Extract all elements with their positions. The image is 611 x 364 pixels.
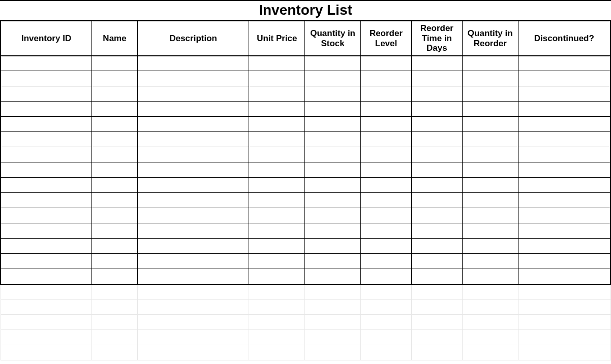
- cell[interactable]: [249, 132, 305, 147]
- cell[interactable]: [462, 300, 518, 315]
- cell[interactable]: [1, 330, 92, 345]
- cell[interactable]: [411, 300, 462, 315]
- cell[interactable]: [1, 193, 92, 208]
- cell[interactable]: [361, 102, 412, 117]
- cell[interactable]: [137, 132, 249, 147]
- cell[interactable]: [518, 147, 610, 162]
- cell[interactable]: [518, 193, 610, 208]
- cell[interactable]: [249, 193, 305, 208]
- cell[interactable]: [137, 284, 249, 300]
- cell[interactable]: [361, 254, 412, 269]
- cell[interactable]: [518, 223, 610, 239]
- cell[interactable]: [361, 71, 412, 86]
- cell[interactable]: [1, 102, 92, 117]
- cell[interactable]: [361, 132, 412, 147]
- cell[interactable]: [305, 345, 361, 360]
- cell[interactable]: [518, 239, 610, 254]
- cell[interactable]: [1, 147, 92, 162]
- cell[interactable]: [361, 56, 412, 71]
- cell[interactable]: [361, 193, 412, 208]
- cell[interactable]: [92, 284, 138, 300]
- cell[interactable]: [305, 330, 361, 345]
- cell[interactable]: [1, 132, 92, 147]
- cell[interactable]: [305, 117, 361, 132]
- cell[interactable]: [462, 330, 518, 345]
- cell[interactable]: [361, 178, 412, 193]
- cell[interactable]: [518, 269, 610, 284]
- cell[interactable]: [462, 284, 518, 300]
- cell[interactable]: [361, 86, 412, 102]
- cell[interactable]: [462, 193, 518, 208]
- cell[interactable]: [1, 86, 92, 102]
- cell[interactable]: [137, 345, 249, 360]
- cell[interactable]: [518, 162, 610, 178]
- cell[interactable]: [249, 345, 305, 360]
- cell[interactable]: [462, 71, 518, 86]
- cell[interactable]: [92, 86, 138, 102]
- cell[interactable]: [249, 117, 305, 132]
- cell[interactable]: [305, 162, 361, 178]
- cell[interactable]: [462, 345, 518, 360]
- cell[interactable]: [361, 239, 412, 254]
- cell[interactable]: [305, 147, 361, 162]
- cell[interactable]: [137, 71, 249, 86]
- cell[interactable]: [1, 254, 92, 269]
- cell[interactable]: [137, 300, 249, 315]
- cell[interactable]: [137, 208, 249, 223]
- cell[interactable]: [462, 315, 518, 330]
- cell[interactable]: [462, 223, 518, 239]
- cell[interactable]: [249, 56, 305, 71]
- cell[interactable]: [518, 254, 610, 269]
- cell[interactable]: [249, 223, 305, 239]
- cell[interactable]: [92, 162, 138, 178]
- cell[interactable]: [137, 147, 249, 162]
- cell[interactable]: [411, 102, 462, 117]
- cell[interactable]: [249, 330, 305, 345]
- cell[interactable]: [92, 269, 138, 284]
- cell[interactable]: [462, 239, 518, 254]
- cell[interactable]: [411, 132, 462, 147]
- cell[interactable]: [462, 102, 518, 117]
- cell[interactable]: [361, 223, 412, 239]
- cell[interactable]: [137, 56, 249, 71]
- cell[interactable]: [249, 162, 305, 178]
- cell[interactable]: [361, 345, 412, 360]
- cell[interactable]: [361, 269, 412, 284]
- cell[interactable]: [137, 254, 249, 269]
- cell[interactable]: [361, 147, 412, 162]
- cell[interactable]: [411, 269, 462, 284]
- cell[interactable]: [1, 162, 92, 178]
- cell[interactable]: [92, 132, 138, 147]
- cell[interactable]: [92, 345, 138, 360]
- cell[interactable]: [411, 193, 462, 208]
- cell[interactable]: [462, 254, 518, 269]
- cell[interactable]: [361, 300, 412, 315]
- cell[interactable]: [305, 56, 361, 71]
- cell[interactable]: [249, 239, 305, 254]
- cell[interactable]: [249, 147, 305, 162]
- cell[interactable]: [361, 330, 412, 345]
- cell[interactable]: [92, 330, 138, 345]
- cell[interactable]: [462, 208, 518, 223]
- cell[interactable]: [137, 162, 249, 178]
- cell[interactable]: [92, 239, 138, 254]
- cell[interactable]: [92, 254, 138, 269]
- cell[interactable]: [411, 178, 462, 193]
- cell[interactable]: [92, 178, 138, 193]
- cell[interactable]: [518, 178, 610, 193]
- cell[interactable]: [305, 239, 361, 254]
- cell[interactable]: [411, 208, 462, 223]
- cell[interactable]: [1, 56, 92, 71]
- cell[interactable]: [249, 86, 305, 102]
- cell[interactable]: [1, 239, 92, 254]
- cell[interactable]: [411, 239, 462, 254]
- cell[interactable]: [1, 117, 92, 132]
- cell[interactable]: [361, 162, 412, 178]
- cell[interactable]: [1, 300, 92, 315]
- cell[interactable]: [518, 345, 610, 360]
- cell[interactable]: [462, 132, 518, 147]
- cell[interactable]: [411, 284, 462, 300]
- cell[interactable]: [462, 162, 518, 178]
- cell[interactable]: [305, 208, 361, 223]
- cell[interactable]: [462, 178, 518, 193]
